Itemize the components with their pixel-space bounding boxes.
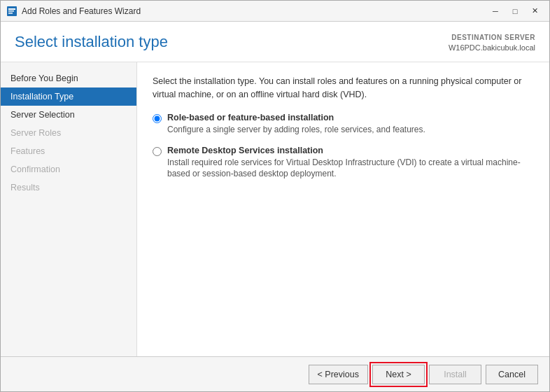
content-wrapper: Select installation type DESTINATION SER…	[1, 22, 549, 391]
window-title: Add Roles and Features Wizard	[22, 6, 486, 16]
install-button[interactable]: Install	[429, 365, 481, 384]
svg-rect-3	[8, 13, 13, 14]
intro-text: Select the installation type. You can in…	[153, 75, 534, 102]
option-role-based-text: Role-based or feature-based installation…	[167, 113, 425, 136]
destination-label: DESTINATION SERVER	[449, 33, 535, 43]
sidebar-item-confirmation: Confirmation	[1, 160, 136, 178]
destination-server-name: W16PDC.bakicubuk.local	[449, 43, 535, 53]
option-group: Role-based or feature-based installation…	[153, 113, 534, 180]
sidebar-item-installation-type[interactable]: Installation Type	[1, 88, 136, 106]
option-role-based-label: Role-based or feature-based installation	[167, 113, 425, 122]
radio-remote-desktop[interactable]	[153, 147, 162, 156]
svg-rect-2	[8, 10, 14, 12]
radio-role-based[interactable]	[153, 114, 162, 123]
option-role-based[interactable]: Role-based or feature-based installation…	[153, 113, 534, 136]
destination-server-info: DESTINATION SERVER W16PDC.bakicubuk.loca…	[449, 33, 535, 53]
sidebar-item-results: Results	[1, 178, 136, 197]
option-remote-desktop-desc: Install required role services for Virtu…	[167, 157, 534, 181]
sidebar-item-before-you-begin[interactable]: Before You Begin	[1, 69, 136, 88]
title-bar: Add Roles and Features Wizard ─ □ ✕	[1, 1, 549, 22]
option-role-based-desc: Configure a single server by adding role…	[167, 124, 425, 136]
minimize-button[interactable]: ─	[486, 5, 505, 18]
wizard-icon	[6, 6, 17, 17]
restore-button[interactable]: □	[506, 5, 524, 18]
sidebar-item-server-selection[interactable]: Server Selection	[1, 106, 136, 124]
sidebar-item-features: Features	[1, 142, 136, 160]
window-controls: ─ □ ✕	[486, 5, 544, 18]
main-content: Select the installation type. You can in…	[137, 62, 549, 356]
body-area: Before You Begin Installation Type Serve…	[1, 62, 549, 356]
next-button[interactable]: Next >	[372, 365, 425, 384]
close-button[interactable]: ✕	[526, 5, 544, 18]
header-bar: Select installation type DESTINATION SER…	[1, 22, 549, 62]
svg-rect-1	[8, 8, 15, 10]
footer: < Previous Next > Install Cancel	[1, 356, 549, 391]
cancel-button[interactable]: Cancel	[486, 365, 538, 384]
option-remote-desktop-text: Remote Desktop Services installation Ins…	[167, 146, 534, 181]
previous-button[interactable]: < Previous	[309, 365, 368, 384]
option-remote-desktop[interactable]: Remote Desktop Services installation Ins…	[153, 146, 534, 181]
sidebar: Before You Begin Installation Type Serve…	[1, 62, 137, 356]
page-title: Select installation type	[15, 33, 168, 51]
wizard-window: Add Roles and Features Wizard ─ □ ✕ Sele…	[0, 0, 550, 392]
option-remote-desktop-label: Remote Desktop Services installation	[167, 146, 534, 155]
sidebar-item-server-roles: Server Roles	[1, 124, 136, 142]
